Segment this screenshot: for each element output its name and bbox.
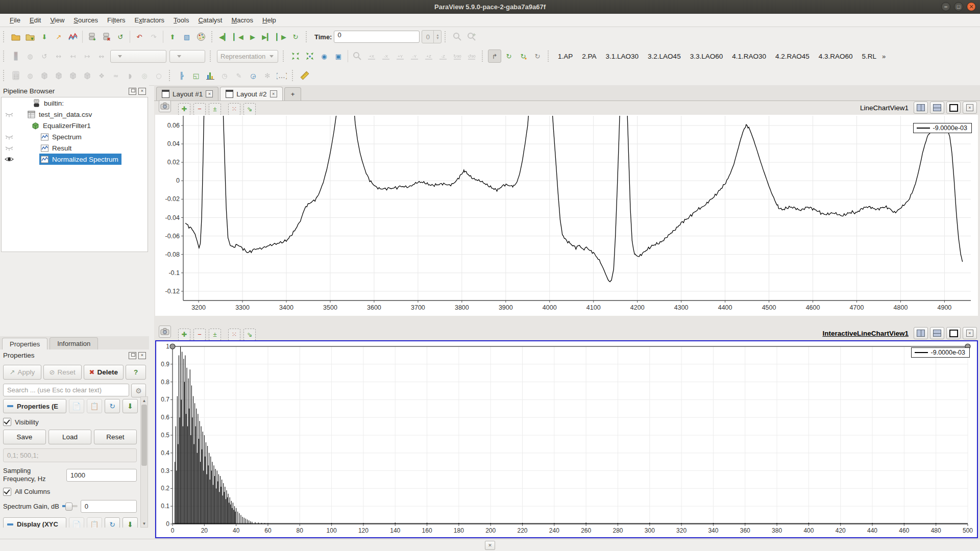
maximize-view-icon[interactable] xyxy=(946,327,961,339)
spectrum-gain-input[interactable]: 0 xyxy=(81,500,137,513)
copy-properties-icon[interactable]: 📄 xyxy=(69,399,84,413)
close-view-icon[interactable]: × xyxy=(963,102,977,114)
save-defaults-icon[interactable]: ⬇ xyxy=(122,399,138,413)
toolbar-drag-handle[interactable] xyxy=(3,70,7,81)
menu-filters[interactable]: Filters xyxy=(103,15,130,26)
representation-combo[interactable]: Representation xyxy=(217,50,278,63)
toolbar-drag-handle[interactable] xyxy=(169,70,173,81)
rescale-range-icon[interactable]: ↭ xyxy=(95,49,108,63)
plot-over-time-icon[interactable]: ◷ xyxy=(218,69,231,82)
visibility-checkbox[interactable] xyxy=(3,418,11,426)
section-display-button[interactable]: Display (XYC xyxy=(3,517,66,528)
save-button[interactable]: Save xyxy=(3,430,46,444)
top-chart[interactable]: 0.060.040.020-0.02-0.04-0.06-0.08-0.1-0.… xyxy=(155,115,978,316)
save-state-icon[interactable]: ▼ xyxy=(23,30,37,43)
scrollbar-thumb[interactable] xyxy=(141,405,147,466)
scroll-down-icon[interactable]: ▼ xyxy=(141,520,148,527)
reset-points-button[interactable]: Reset xyxy=(94,430,137,444)
tab-properties[interactable]: Properties xyxy=(2,338,47,350)
camera-link-icon[interactable]: ↻● xyxy=(517,49,530,63)
pick-select-icon[interactable]: ⇘ xyxy=(243,329,256,341)
color-by-combo[interactable] xyxy=(110,50,166,63)
copy-display-icon[interactable]: 📄 xyxy=(69,517,84,528)
top-chart-legend[interactable]: -9.0000e-03 xyxy=(913,123,972,133)
add-view-annotation-icon[interactable]: ✚ xyxy=(178,329,190,341)
search-options-gear-icon[interactable]: ⚙ xyxy=(131,384,146,397)
reset-camera-closest-icon[interactable]: ● xyxy=(303,49,316,63)
equalizer-handle[interactable] xyxy=(170,344,175,349)
auto-apply-icon[interactable]: ↗ xyxy=(52,30,65,43)
menu-tools[interactable]: Tools xyxy=(169,15,193,26)
zoom-to-data-time-icon[interactable]: ✚ xyxy=(465,30,478,43)
set-view-plus-z-icon[interactable]: +Z xyxy=(422,49,435,63)
ruler-icon[interactable] xyxy=(298,69,311,82)
extract-level-icon[interactable]: ○ xyxy=(152,69,165,82)
tab-layout-1[interactable]: Layout #1 × xyxy=(156,87,218,101)
slice-icon[interactable] xyxy=(52,69,65,82)
histogram-icon[interactable] xyxy=(204,69,217,82)
stream-tracer-icon[interactable]: ≈ xyxy=(109,69,122,82)
properties-float-icon[interactable] xyxy=(129,352,136,359)
help-button[interactable]: ? xyxy=(126,365,146,380)
rotate-90-cw-icon[interactable]: ↻90 xyxy=(451,49,464,63)
vcr-loop-icon[interactable]: ↻ xyxy=(289,30,302,43)
properties-scrollbar[interactable]: ▲ ▼ xyxy=(140,396,148,528)
remove-view-annotation-icon[interactable]: − xyxy=(193,329,206,341)
eye-closed-icon[interactable] xyxy=(2,133,17,140)
reset-button[interactable]: ⊘Reset xyxy=(43,365,82,380)
spectrum-gain-slider[interactable] xyxy=(62,505,78,507)
vcr-previous-frame-icon[interactable]: ▎◀ xyxy=(232,30,245,43)
eye-closed-icon[interactable] xyxy=(2,144,17,152)
plot-data-icon[interactable]: ✎ xyxy=(232,69,246,82)
menu-macros[interactable]: Macros xyxy=(227,15,258,26)
zoom-box-select-icon[interactable] xyxy=(351,49,364,63)
bottom-chart-legend[interactable]: -9.0000e-03 xyxy=(911,347,970,358)
bottom-chart[interactable]: 10.90.80.70.60.50.40.30.20.1002040608010… xyxy=(155,340,978,538)
camera-position-5-rl[interactable]: 5.RL xyxy=(862,53,877,60)
toolbar-drag-handle[interactable] xyxy=(306,31,309,42)
menu-sources[interactable]: Sources xyxy=(69,15,103,26)
toolbar-drag-handle[interactable] xyxy=(3,51,7,62)
camera-position-3-3-lao60[interactable]: 3.3.LAO60 xyxy=(690,53,723,60)
colormap-bar-icon[interactable] xyxy=(9,49,22,63)
reset-session-icon[interactable]: ↺ xyxy=(114,30,127,43)
remove-view-annotation-icon[interactable]: − xyxy=(193,103,206,115)
properties-close-icon[interactable]: × xyxy=(138,352,146,359)
vcr-last-frame-icon[interactable]: ▎▶ xyxy=(275,30,288,43)
add-view-annotation-icon[interactable]: ✚ xyxy=(178,103,190,115)
close-layout2-icon[interactable]: × xyxy=(270,90,277,97)
close-button[interactable]: ✕ xyxy=(967,2,976,11)
menu-extractors[interactable]: Extractors xyxy=(130,15,169,26)
toolbar-drag-handle[interactable] xyxy=(292,70,296,81)
capture-screenshot-icon[interactable] xyxy=(159,100,171,112)
camera-position-4-3-rao60[interactable]: 4.3.RAO60 xyxy=(819,53,853,60)
dock-float-icon[interactable] xyxy=(129,88,136,95)
pick-select-icon[interactable]: ⇘ xyxy=(243,103,256,115)
save-display-defaults-icon[interactable]: ⬇ xyxy=(122,517,138,528)
camera-orientation-icon[interactable]: ↱ xyxy=(488,49,501,63)
open-file-icon[interactable] xyxy=(9,30,22,43)
group-datasets-icon[interactable]: ◎ xyxy=(138,69,151,82)
restore-display-defaults-icon[interactable]: ↻ xyxy=(105,517,120,528)
rescale-data-icon[interactable]: ↺ xyxy=(38,49,51,63)
zoom-to-box-icon[interactable]: ◉ xyxy=(317,49,331,63)
interaction-mode-icon[interactable]: ↻ xyxy=(531,49,544,63)
frame-spinbox[interactable]: 0▲▼ xyxy=(422,30,442,43)
split-annotation-icon[interactable]: ± xyxy=(209,103,221,115)
programmable-filter-icon[interactable]: ✻ xyxy=(261,69,274,82)
equalizer-points-field[interactable]: 0,1; 500,1; xyxy=(3,448,137,462)
maximize-view-icon[interactable] xyxy=(946,102,961,114)
pipeline-item-normalized-spectrum[interactable]: Normalized Spectrum xyxy=(2,154,148,165)
close-layout1-icon[interactable]: × xyxy=(206,90,213,97)
camera-position-3-1-lao30[interactable]: 3.1.LAO30 xyxy=(606,53,639,60)
rotate-90-ccw-icon[interactable]: ↺90 xyxy=(465,49,478,63)
save-data-icon[interactable]: ⬇ xyxy=(38,30,51,43)
vcr-next-frame-icon[interactable]: ▶▎ xyxy=(260,30,274,43)
paste-properties-icon[interactable]: 📋 xyxy=(87,399,102,413)
time-input[interactable]: 0 xyxy=(334,31,420,43)
split-vertical-icon[interactable] xyxy=(930,102,944,114)
apply-button[interactable]: ↗Apply xyxy=(3,365,41,380)
load-palette-icon[interactable] xyxy=(66,30,80,43)
glyph-filter-icon[interactable]: ❖ xyxy=(95,69,108,82)
vcr-play-icon[interactable]: ▶ xyxy=(246,30,259,43)
